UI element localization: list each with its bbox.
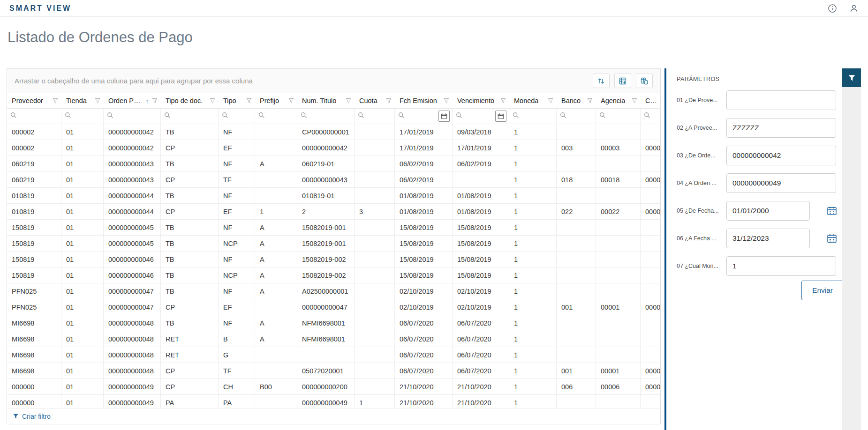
- table-row[interactable]: MI669801000000000048TBNFANFMI669800106/0…: [7, 315, 660, 331]
- column-header-agencia[interactable]: Agencia: [596, 93, 641, 108]
- filter-icon[interactable]: [246, 98, 252, 104]
- column-header-num-titulo[interactable]: Num. Titulo: [297, 93, 355, 108]
- table-row[interactable]: 06021901000000000043TBNFA060219-0106/02/…: [7, 156, 660, 172]
- column-label: Moneda: [514, 97, 538, 104]
- cell-prefijo: [255, 188, 297, 203]
- table-row[interactable]: MI669801000000000048CPTF0507202000106/07…: [7, 363, 660, 379]
- param-input-a-fecha[interactable]: [726, 229, 810, 248]
- filter-input-tipo[interactable]: [230, 112, 252, 120]
- filter-icon[interactable]: [548, 98, 553, 104]
- cell-moneda: 1: [509, 236, 557, 251]
- cell-moneda: 1: [509, 299, 557, 315]
- filter-icon[interactable]: [210, 98, 215, 104]
- column-header-vencimiento[interactable]: Vencimiento: [453, 93, 509, 108]
- filter-input-prefijo[interactable]: [267, 112, 294, 120]
- filter-input-vencimiento[interactable]: [464, 112, 493, 120]
- table-row[interactable]: 01081901000000000044CPEF12301/08/201901/…: [7, 204, 660, 220]
- filter-icon[interactable]: [660, 98, 660, 104]
- export-excel-button[interactable]: [614, 74, 631, 88]
- filter-input-orden-pago[interactable]: [115, 112, 158, 120]
- expand-rows-button[interactable]: [593, 74, 610, 88]
- filter-cell-tienda: [61, 109, 104, 124]
- filter-panel-toggle-button[interactable]: [842, 68, 861, 87]
- group-panel[interactable]: Arrastar o cabeçalho de uma coluna para …: [7, 69, 660, 93]
- table-row[interactable]: 00000201000000000042CPEF00000000004217/0…: [7, 140, 660, 156]
- table-row[interactable]: MI669801000000000048RETG06/07/202006/07/…: [7, 347, 660, 363]
- filter-icon[interactable]: [632, 98, 637, 104]
- filter-icon[interactable]: [152, 98, 158, 104]
- column-header-banco[interactable]: Banco: [557, 93, 596, 108]
- filter-icon[interactable]: [95, 98, 100, 104]
- calendar-button-vencimiento[interactable]: [495, 111, 506, 122]
- filter-icon[interactable]: [500, 98, 506, 104]
- table-row[interactable]: 00000001000000000049PAPA000000000049121/…: [7, 395, 660, 408]
- cell-num-titulo: 2: [297, 204, 355, 219]
- cell-tipo-doc: CP: [161, 379, 219, 394]
- param-field-a-orden: 04 ¿A Orden ...: [677, 173, 836, 193]
- filter-input-moneda[interactable]: [521, 112, 554, 120]
- filter-input-agencia[interactable]: [608, 112, 638, 120]
- filter-input-cuenta[interactable]: [652, 112, 660, 120]
- param-input-de-proveedor[interactable]: [726, 90, 836, 110]
- calendar-button-fch-emision[interactable]: [438, 111, 450, 122]
- filter-icon[interactable]: [288, 98, 294, 104]
- table-row[interactable]: PFN02501000000000047TBNFAA0250000000102/…: [7, 283, 660, 299]
- param-input-a-orden[interactable]: [726, 173, 836, 193]
- param-input-de-orden[interactable]: [726, 146, 836, 165]
- column-header-orden-pago[interactable]: Orden Pago↑: [104, 93, 161, 108]
- filter-icon[interactable]: [386, 98, 392, 104]
- cell-proveedor: MI6698: [7, 363, 61, 378]
- table-row[interactable]: 15081901000000000046TBNCPA15082019-00215…: [7, 267, 660, 283]
- param-input-de-fecha[interactable]: [726, 201, 810, 221]
- table-row[interactable]: 00000001000000000049CPCHB000000000002002…: [7, 379, 660, 395]
- cell-banco: 003: [557, 140, 596, 156]
- cell-proveedor: 060219: [7, 156, 61, 171]
- table-row[interactable]: 15081901000000000045TBNCPA15082019-00115…: [7, 236, 660, 252]
- cell-proveedor: PFN025: [7, 299, 61, 315]
- column-header-tipo[interactable]: Tipo: [219, 93, 255, 108]
- filter-icon[interactable]: [587, 98, 593, 104]
- calendar-button-de-fecha[interactable]: [827, 206, 837, 216]
- filter-input-tienda[interactable]: [73, 112, 101, 120]
- user-icon[interactable]: [849, 4, 859, 13]
- table-row[interactable]: MI669801000000000048RETBANFMI669800106/0…: [7, 331, 660, 347]
- filter-icon[interactable]: [53, 98, 58, 104]
- param-field-a-proveedor: 02 ¿A Provee...: [677, 118, 836, 138]
- param-input-a-proveedor[interactable]: [726, 118, 836, 138]
- submit-button[interactable]: Enviar: [801, 281, 844, 300]
- column-header-proveedor[interactable]: Proveedor: [7, 93, 61, 108]
- column-header-prefijo[interactable]: Prefijo: [255, 93, 297, 108]
- filter-input-proveedor[interactable]: [19, 112, 59, 120]
- table-row[interactable]: 15081901000000000046TBNFA15082019-00215/…: [7, 252, 660, 267]
- cell-moneda: 1: [509, 204, 557, 219]
- cell-orden-pago: 000000000046: [104, 252, 161, 267]
- column-header-tienda[interactable]: Tienda: [61, 93, 104, 108]
- column-label: Prefijo: [260, 97, 279, 104]
- table-row[interactable]: 06021901000000000043CPTF00000000004306/0…: [7, 172, 660, 188]
- table-row[interactable]: 00000201000000000042TBNFCP000000000117/0…: [7, 124, 660, 140]
- filter-input-cuota[interactable]: [366, 112, 392, 120]
- filter-icon[interactable]: [444, 98, 449, 104]
- cell-fch-emision: 01/08/2019: [395, 204, 453, 219]
- column-chooser-button[interactable]: [636, 74, 653, 88]
- app-logo[interactable]: SMART VIEW: [9, 4, 71, 13]
- column-header-cuota[interactable]: Cuota: [355, 93, 395, 108]
- table-row[interactable]: 15081901000000000045TBNFA15082019-00115/…: [7, 220, 660, 236]
- calendar-button-a-fecha[interactable]: [827, 233, 837, 244]
- create-filter-link[interactable]: Criar filtro: [13, 413, 51, 420]
- column-header-moneda[interactable]: Moneda: [509, 93, 557, 108]
- column-header-fch-emision[interactable]: Fch Emision: [395, 93, 453, 108]
- column-header-cuenta[interactable]: Cuenta: [641, 93, 660, 108]
- filter-input-tipo-doc[interactable]: [173, 112, 216, 120]
- cell-tipo: EF: [219, 204, 255, 219]
- table-row[interactable]: PFN02501000000000047CPEF00000000004702/1…: [7, 299, 660, 315]
- column-header-tipo-doc[interactable]: Tipo de doc.: [161, 93, 219, 108]
- collapsed-side-panel[interactable]: [842, 87, 861, 430]
- filter-input-fch-emision[interactable]: [407, 112, 437, 120]
- param-input-cual-moneda[interactable]: [726, 256, 836, 276]
- info-icon[interactable]: [828, 4, 837, 13]
- filter-input-num-titulo[interactable]: [309, 112, 352, 120]
- filter-input-banco[interactable]: [568, 112, 593, 120]
- table-row[interactable]: 01081901000000000044TBNF010819-0101/08/2…: [7, 188, 660, 204]
- filter-icon[interactable]: [346, 98, 351, 104]
